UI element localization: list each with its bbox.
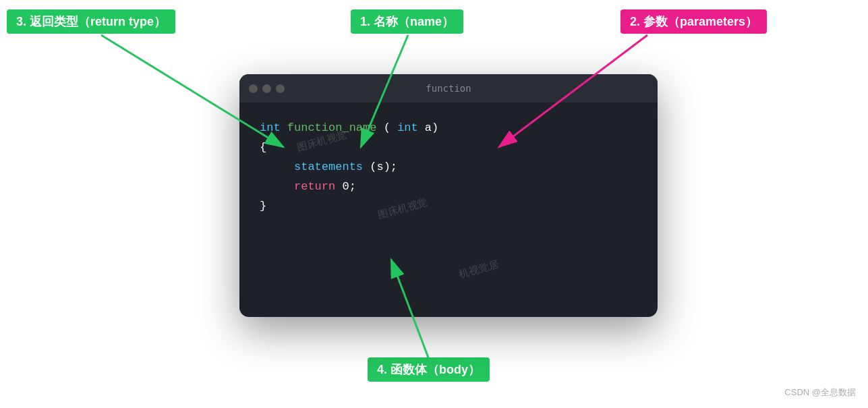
code-line-1: int function_name ( int a)	[260, 119, 637, 138]
dot-green	[276, 84, 285, 93]
label-return-type: 3. 返回类型（return type）	[7, 9, 175, 34]
code-line-3: statements (s);	[260, 158, 637, 177]
label-name: 1. 名称（name）	[351, 9, 463, 34]
code-line-5: }	[260, 197, 637, 216]
label-body: 4. 函数体（body）	[368, 357, 490, 382]
statements-call: statements	[294, 161, 363, 173]
csdn-credit: CSDN @全息数据	[784, 386, 856, 399]
keyword-int-2: int	[397, 121, 418, 134]
keyword-int-1: int	[260, 121, 281, 134]
window-controls	[249, 84, 285, 93]
keyword-return: return	[294, 180, 335, 193]
function-name: function_name	[287, 121, 377, 134]
code-line-2: {	[260, 138, 637, 158]
window-title: function	[426, 83, 471, 94]
code-body: int function_name ( int a) { statements …	[239, 103, 658, 232]
code-window: function int function_name ( int a) { st…	[239, 74, 658, 317]
dot-yellow	[262, 84, 271, 93]
titlebar: function	[239, 74, 658, 103]
code-line-4: return 0;	[260, 177, 637, 197]
dot-red	[249, 84, 258, 93]
label-parameters: 2. 参数（parameters）	[620, 9, 767, 34]
